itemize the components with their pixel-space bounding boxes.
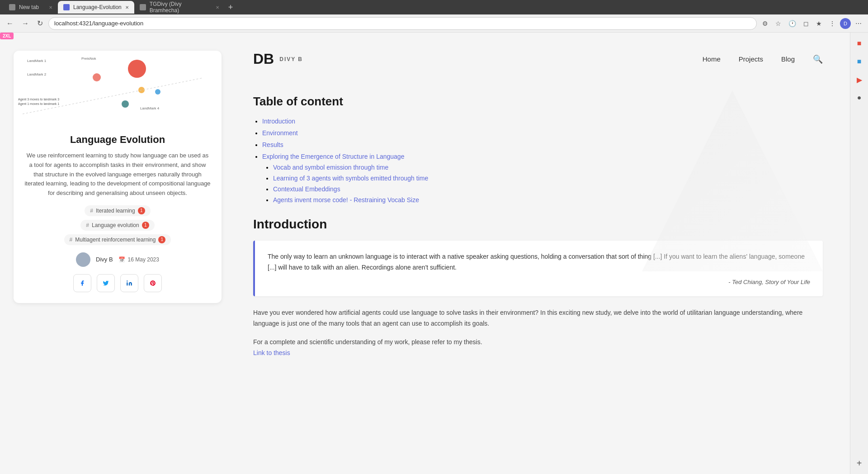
toc-subitem-contextual: Contextual Embeddings xyxy=(273,185,823,193)
zoom-badge: 2XL xyxy=(0,33,14,39)
address-text: localhost:4321/language-evolution xyxy=(54,20,143,27)
article-description: We use reinforcement learning to study h… xyxy=(24,151,211,198)
svg-text:Agent 1 moves to landmark 1: Agent 1 moves to landmark 1 xyxy=(18,102,59,106)
tab-favicon-le xyxy=(63,4,70,10)
tag-label-1: Iterated learning xyxy=(96,208,135,214)
toc-link-contextual[interactable]: Contextual Embeddings xyxy=(273,185,340,193)
logo-letters: DB xyxy=(253,51,274,67)
toc-subitem-morse: Agents invent morse code! - Restraining … xyxy=(273,196,823,204)
article-body: Language Evolution We use reinforcement … xyxy=(14,123,222,303)
apps-button[interactable]: ⋮ xyxy=(826,18,838,29)
extensions-button[interactable]: ⚙ xyxy=(760,18,771,29)
scatter-axes: LandMark 1 PreisNok LandMark 2 LandMark … xyxy=(14,51,222,123)
toc-link-results[interactable]: Results xyxy=(262,141,283,148)
svg-text:LandMark 1: LandMark 1 xyxy=(27,59,47,63)
back-button[interactable]: ← xyxy=(4,18,16,29)
share-pinterest[interactable] xyxy=(144,274,162,292)
author-row: Divy B 📅 16 May 2023 xyxy=(24,252,211,267)
tab-tgdivy[interactable]: TGDivy (Divy Bramhecha) ✕ xyxy=(134,1,225,14)
tags-container: # Iterated learning 1 # Language evoluti… xyxy=(24,205,211,245)
toc-link-exploring[interactable]: Exploring the Emergence of Structure in … xyxy=(262,153,404,160)
author-date: 📅 16 May 2023 xyxy=(118,256,159,263)
tag-language-evolution[interactable]: # Language evolution 1 xyxy=(80,220,154,231)
toc-link-environment[interactable]: Environment xyxy=(262,129,298,137)
logo-text: DIVY B xyxy=(279,56,303,62)
article-card: LandMark 1 PreisNok LandMark 2 LandMark … xyxy=(14,51,222,303)
intro-title: Introduction xyxy=(253,217,823,232)
history-button[interactable]: 🕐 xyxy=(786,18,799,29)
quote-block: The only way to learn an unknown languag… xyxy=(253,241,823,296)
share-facebook[interactable] xyxy=(73,274,91,292)
toc-link-vocab[interactable]: Vocab and symbol emission through time xyxy=(273,164,388,171)
tab-newtab[interactable]: New tab ✕ xyxy=(4,1,58,14)
left-panel: LandMark 1 PreisNok LandMark 2 LandMark … xyxy=(0,33,235,474)
favorites-button[interactable]: ★ xyxy=(813,18,825,29)
nav-projects[interactable]: Projects xyxy=(739,55,763,63)
toc-link-morse[interactable]: Agents invent morse code! - Restraining … xyxy=(273,196,419,204)
reload-button[interactable]: ↻ xyxy=(34,17,46,29)
calendar-icon: 📅 xyxy=(118,256,125,263)
search-icon[interactable]: 🔍 xyxy=(813,54,823,64)
ext-btn-3[interactable]: ▶ xyxy=(852,72,867,87)
introduction-section: Introduction The only way to learn an un… xyxy=(253,217,823,359)
ext-btn-2[interactable]: ■ xyxy=(852,54,867,69)
ext-btn-1[interactable]: ■ xyxy=(852,36,867,51)
toc-subitem-vocab: Vocab and symbol emission through time xyxy=(273,164,823,171)
facebook-icon xyxy=(79,280,85,286)
forward-button[interactable]: → xyxy=(19,18,32,29)
quote-text: The only way to learn an unknown languag… xyxy=(268,251,810,273)
quote-attribution: - Ted Chiang, Story of Your Life xyxy=(268,279,810,285)
tab-favicon-tgdivy xyxy=(140,4,146,10)
tab-label-newtab: New tab xyxy=(19,4,39,10)
toc-link-learning[interactable]: Learning of 3 agents with symbols emitte… xyxy=(273,175,428,182)
site-logo[interactable]: DB DIVY B xyxy=(253,51,303,67)
address-bar[interactable]: localhost:4321/language-evolution xyxy=(48,17,757,30)
new-tab-button[interactable]: + xyxy=(225,3,237,12)
site-nav: DB DIVY B Home Projects Blog 🔍 xyxy=(253,51,823,76)
nav-home[interactable]: Home xyxy=(703,55,721,63)
toc-item-introduction: Introduction xyxy=(262,118,823,125)
intro-paragraph-2: For a complete and scientific understand… xyxy=(253,337,823,359)
tab-language-evolution[interactable]: Language-Evolution ✕ xyxy=(58,1,134,14)
linkedin-icon xyxy=(126,280,132,286)
tag-multiagent[interactable]: # Multiagent reinforcement learning 1 xyxy=(64,234,171,245)
toc-subitem-learning: Learning of 3 agents with symbols emitte… xyxy=(273,175,823,182)
tag-count-2: 1 xyxy=(142,222,149,229)
twitter-icon xyxy=(103,280,109,286)
user-avatar[interactable]: D xyxy=(840,18,851,29)
browser-toolbar: ← → ↻ localhost:4321/language-evolution … xyxy=(0,14,868,33)
toc-title: Table of content xyxy=(253,95,823,109)
intro-paragraph-1: Have you ever wondered how artificial ag… xyxy=(253,307,823,329)
nav-blog[interactable]: Blog xyxy=(781,55,795,63)
toc-link-introduction[interactable]: Introduction xyxy=(262,118,295,125)
tag-label-2: Language evolution xyxy=(92,222,139,228)
svg-line-0 xyxy=(23,78,203,114)
pinterest-icon xyxy=(150,280,156,286)
thesis-link[interactable]: Link to thesis xyxy=(253,349,290,356)
tag-iterated-learning[interactable]: # Iterated learning 1 xyxy=(85,205,150,216)
toc-item-exploring: Exploring the Emergence of Structure in … xyxy=(262,153,823,204)
browser-titlebar: New tab ✕ Language-Evolution ✕ TGDivy (D… xyxy=(0,0,868,14)
toc-list: Introduction Environment Results Explori… xyxy=(253,118,823,204)
split-button[interactable]: ◻ xyxy=(801,18,811,29)
tab-close-newtab[interactable]: ✕ xyxy=(49,5,52,10)
tab-favicon-newtab xyxy=(9,4,15,10)
share-twitter[interactable] xyxy=(97,274,115,292)
tab-close-le[interactable]: ✕ xyxy=(125,5,129,10)
article-image: LandMark 1 PreisNok LandMark 2 LandMark … xyxy=(14,51,222,123)
bookmark-button[interactable]: ☆ xyxy=(773,18,784,29)
toolbar-right: ⚙ ☆ 🕐 ◻ ★ ⋮ D ⋯ xyxy=(760,18,864,29)
menu-button[interactable]: ⋯ xyxy=(853,18,864,29)
toc-sublist: Vocab and symbol emission through time L… xyxy=(262,164,823,204)
tab-close-tgdivy[interactable]: ✕ xyxy=(216,5,219,10)
share-linkedin[interactable] xyxy=(120,274,138,292)
sidebar-add: + xyxy=(852,456,867,470)
browser-extensions-sidebar: ■ ■ ▶ ● + xyxy=(850,33,868,474)
svg-text:Agent 3 moves to landmark 3: Agent 3 moves to landmark 3 xyxy=(18,98,59,101)
author-avatar xyxy=(76,252,90,267)
page-wrapper: LandMark 1 PreisNok LandMark 2 LandMark … xyxy=(0,33,868,474)
svg-text:LandMark 2: LandMark 2 xyxy=(27,72,47,76)
ext-add-btn[interactable]: + xyxy=(852,456,867,470)
ext-btn-4[interactable]: ● xyxy=(852,90,867,105)
main-content: DB DIVY B Home Projects Blog 🔍 Table of … xyxy=(235,33,850,474)
